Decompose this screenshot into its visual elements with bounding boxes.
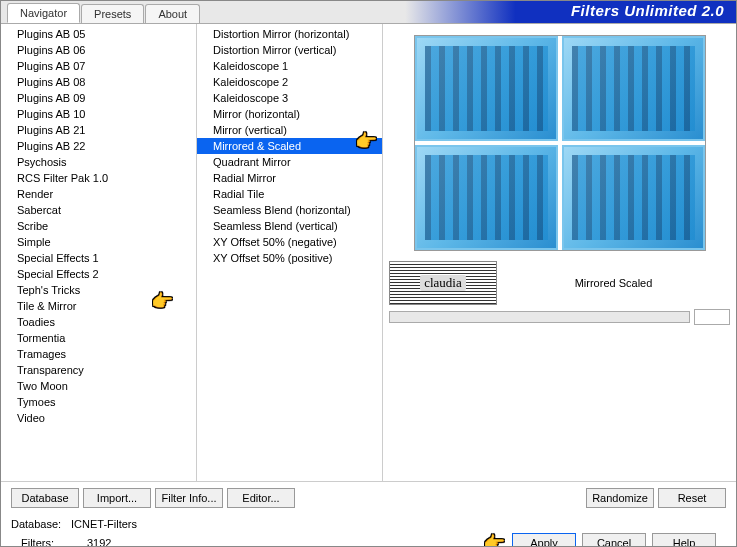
category-item[interactable]: Special Effects 1 [1,250,196,266]
category-item[interactable]: Simple [1,234,196,250]
editor-button[interactable]: Editor... [227,488,295,508]
category-item[interactable]: Plugins AB 06 [1,42,196,58]
category-item[interactable]: Psychosis [1,154,196,170]
filter-item[interactable]: Kaleidoscope 3 [197,90,382,106]
status-filters-label: Filters: [21,537,81,547]
category-item[interactable]: Sabercat [1,202,196,218]
category-item[interactable]: Teph's Tricks [1,282,196,298]
status-db-value: ICNET-Filters [71,518,137,530]
category-item[interactable]: Toadies [1,314,196,330]
app-title: Filters Unlimited 2.0 [571,2,724,19]
category-item[interactable]: Tramages [1,346,196,362]
filter-item[interactable]: XY Offset 50% (negative) [197,234,382,250]
filter-info-button[interactable]: Filter Info... [155,488,223,508]
category-item[interactable]: Render [1,186,196,202]
category-item[interactable]: RCS Filter Pak 1.0 [1,170,196,186]
filter-item[interactable]: Distortion Mirror (horizontal) [197,26,382,42]
category-item[interactable]: Scribe [1,218,196,234]
help-button[interactable]: Help [652,533,716,547]
category-item[interactable]: Transparency [1,362,196,378]
category-item[interactable]: Two Moon [1,378,196,394]
filter-item[interactable]: Distortion Mirror (vertical) [197,42,382,58]
category-item[interactable]: Special Effects 2 [1,266,196,282]
import-button[interactable]: Import... [83,488,151,508]
preview-area [389,30,730,255]
cancel-button[interactable]: Cancel [582,533,646,547]
category-item[interactable]: Plugins AB 05 [1,26,196,42]
category-item[interactable]: Tormentia [1,330,196,346]
filter-item[interactable]: Mirror (vertical) [197,122,382,138]
preview-tile [562,145,705,250]
category-item[interactable]: Plugins AB 21 [1,122,196,138]
preview-tile [415,36,558,141]
tab-bar: Navigator Presets About [7,1,201,23]
pointer-icon: 👈 [484,532,506,547]
preview-grid [414,35,706,251]
preview-tile [415,145,558,250]
author-logo-text: claudia [420,275,466,291]
filter-item[interactable]: Mirrored & Scaled👈 [197,138,382,154]
author-logo: claudia [389,261,497,305]
status-bar: Database: ICNET-Filters Filters: 3192 👈 … [1,514,736,547]
category-item[interactable]: Plugins AB 08 [1,74,196,90]
filter-item[interactable]: Seamless Blend (vertical) [197,218,382,234]
filter-item[interactable]: Radial Tile [197,186,382,202]
param-value[interactable] [694,309,730,325]
filter-item[interactable]: Radial Mirror [197,170,382,186]
tab-presets[interactable]: Presets [81,4,144,23]
tab-about[interactable]: About [145,4,200,23]
preview-tile [562,36,705,141]
tab-navigator[interactable]: Navigator [7,3,80,23]
param-name: Mirrored Scaled [497,277,730,289]
apply-button[interactable]: Apply [512,533,576,547]
category-list[interactable]: Plugins AB 05Plugins AB 06Plugins AB 07P… [1,24,197,481]
category-item[interactable]: Plugins AB 07 [1,58,196,74]
status-db-label: Database: [11,518,71,530]
filter-item[interactable]: Kaleidoscope 1 [197,58,382,74]
category-item[interactable]: Plugins AB 10 [1,106,196,122]
category-item[interactable]: Plugins AB 22 [1,138,196,154]
category-item[interactable]: Tile & Mirror👈 [1,298,196,314]
database-button[interactable]: Database [11,488,79,508]
filter-item[interactable]: Kaleidoscope 2 [197,74,382,90]
filter-item[interactable]: XY Offset 50% (positive) [197,250,382,266]
category-item[interactable]: Video [1,410,196,426]
randomize-button[interactable]: Randomize [586,488,654,508]
filter-item[interactable]: Mirror (horizontal) [197,106,382,122]
filter-item[interactable]: Seamless Blend (horizontal) [197,202,382,218]
category-item[interactable]: Plugins AB 09 [1,90,196,106]
filter-list[interactable]: Distortion Mirror (horizontal)Distortion… [197,24,383,481]
filter-item[interactable]: Quadrant Mirror [197,154,382,170]
status-filters-value: 3192 [87,537,111,547]
param-slider[interactable] [389,311,690,323]
category-item[interactable]: Tymoes [1,394,196,410]
reset-button[interactable]: Reset [658,488,726,508]
